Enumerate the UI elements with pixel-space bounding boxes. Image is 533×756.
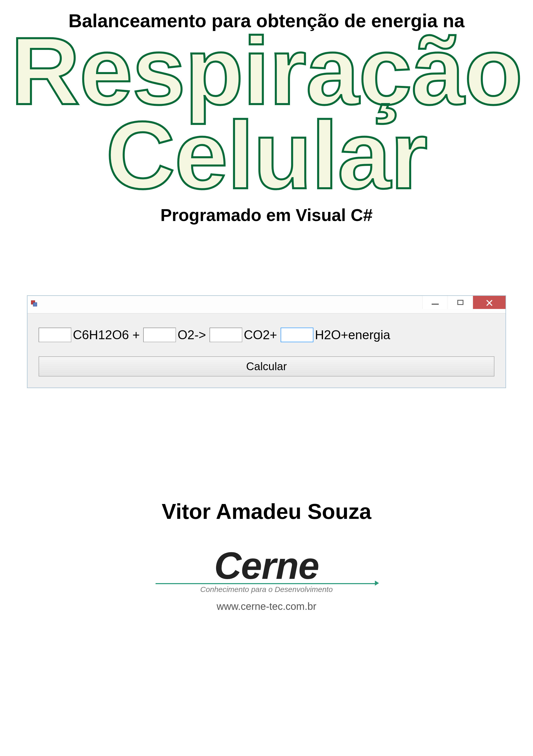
close-icon [486,299,493,306]
logo-arrow-underline [155,581,378,584]
calculate-button[interactable]: Calcular [39,356,494,376]
term4-label: H2O+energia [315,328,390,342]
window-controls [422,296,506,313]
minimize-button[interactable] [422,296,448,309]
title-line-2: Celular [11,113,522,197]
app-icon [31,300,39,309]
book-cover: Balanceamento para obtenção de energia n… [0,0,533,756]
author-name: Vitor Amadeu Souza [162,499,371,524]
term2-label: O2-> [178,328,206,342]
minimize-icon [432,304,439,305]
close-button[interactable] [473,296,506,309]
title-line-1: Respiração [11,29,522,113]
publisher-name: Cerne [214,544,319,588]
coef4-input[interactable] [281,328,313,342]
publisher-url: www.cerne-tec.com.br [216,601,317,612]
equation-row: C6H12O6 + O2-> CO2+ H2O+energia [39,328,494,342]
coef1-input[interactable] [39,328,71,342]
main-title: Respiração Celular [11,29,522,198]
maximize-button[interactable] [448,296,473,309]
application-window: C6H12O6 + O2-> CO2+ H2O+energia Calcular [27,295,506,388]
form-body: C6H12O6 + O2-> CO2+ H2O+energia Calcular [27,313,506,388]
coef2-input[interactable] [143,328,176,342]
maximize-icon [457,300,463,305]
term3-label: CO2+ [244,328,277,342]
publisher-logo: Cerne Conhecimento para o Desenvolviment… [155,544,378,612]
subtitle: Programado em Visual C# [160,205,373,225]
window-titlebar[interactable] [27,296,506,313]
coef3-input[interactable] [210,328,242,342]
term1-label: C6H12O6 + [73,328,140,342]
